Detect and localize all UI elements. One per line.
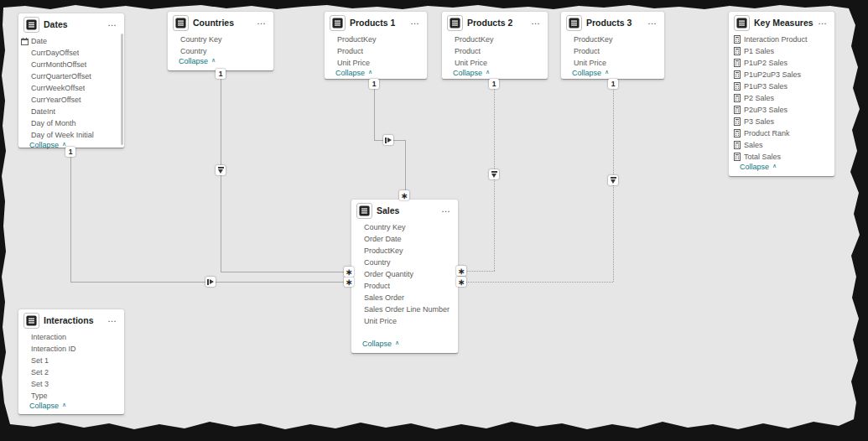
field-label: Product [574,47,600,55]
table-header: Countries … [168,12,273,32]
cardinality-one-badge: 1 [489,79,499,89]
table-icon [23,17,39,33]
more-options-icon[interactable]: … [647,18,657,28]
field-row[interactable]: Sales Order [351,292,458,304]
field-row[interactable]: Country Key [168,34,273,45]
more-options-icon[interactable]: … [257,18,267,28]
field-row[interactable]: Country [168,45,273,57]
table-card-key-measures[interactable]: Key Measures … Interaction Product P1 Sa… [729,12,834,176]
cardinality-one-badge: 1 [369,79,379,89]
field-label: Unit Price [364,317,397,325]
field-label: CurrMonthOffset [31,60,86,69]
table-card-dates[interactable]: Dates … Date CurrDayOffset CurrMonthOffs… [18,13,124,148]
field-row[interactable]: Day of Month [18,117,124,129]
field-label: Type [31,392,48,400]
field-row[interactable]: Product [442,45,548,57]
more-options-icon[interactable]: … [818,18,828,28]
measure-row[interactable]: Sales [729,139,834,151]
filter-direction-down-icon [489,169,499,179]
field-label: Set 3 [31,380,49,388]
scrollbar[interactable] [121,34,123,145]
table-card-products1[interactable]: Products 1 … ProductKey Product Unit Pri… [325,12,427,79]
more-options-icon[interactable]: … [410,18,420,28]
field-row[interactable]: Set 2 [18,366,124,378]
field-row[interactable]: Set 3 [18,378,124,390]
field-row[interactable]: CurrDayOffset [18,47,124,59]
measure-row[interactable]: P1uP3 Sales [729,80,834,92]
more-options-icon[interactable]: … [531,18,541,28]
collapse-link[interactable]: Collapse∧ [351,340,458,353]
field-row[interactable]: DateInt [18,106,124,117]
measure-row[interactable]: P1 Sales [729,45,834,57]
field-row[interactable]: Date [18,35,124,47]
field-row[interactable]: Country [351,257,458,268]
field-row[interactable]: ProductKey [561,34,664,45]
field-label: CurrWeekOffset [31,84,85,92]
more-options-icon[interactable]: … [441,206,451,215]
field-label: Sales Order Line Number [364,305,450,314]
torn-border-frame: 1 ∗ 1 ∗ 1 ∗ 1 ∗ 1 ∗ Dates … Date CurrDay… [0,0,868,441]
collapse-chevron-icon: ∧ [211,57,216,64]
collapse-label: Collapse [29,402,59,410]
collapse-label: Collapse [453,69,482,77]
field-list: ProductKey Product Unit Price [325,32,427,69]
field-row[interactable]: Interaction [18,331,124,343]
field-row[interactable]: ProductKey [442,34,548,45]
field-row[interactable]: Type [18,390,124,402]
table-card-interactions[interactable]: Interactions … Interaction Interaction I… [18,309,124,414]
field-row[interactable]: Product [325,45,427,57]
field-row[interactable]: Sales Order Line Number [351,304,458,315]
field-row[interactable]: Unit Price [561,57,664,69]
collapse-link[interactable]: Collapse∧ [729,163,834,176]
collapse-chevron-icon: ∧ [395,340,399,346]
measure-row[interactable]: P2 Sales [729,92,834,104]
field-row[interactable]: Day of Week Initial [18,129,124,141]
field-row[interactable]: Order Quantity [351,268,458,280]
table-header: Sales … [351,200,458,220]
field-list: Date CurrDayOffset CurrMonthOffset CurrQ… [18,34,124,141]
field-row[interactable]: CurrMonthOffset [18,59,124,70]
more-options-icon[interactable]: … [107,316,117,325]
field-label: ProductKey [574,35,613,44]
measure-row[interactable]: P1uP2 Sales [729,57,834,69]
collapse-chevron-icon: ∧ [368,69,372,75]
field-row[interactable]: CurrYearOffset [18,94,124,106]
field-row[interactable]: ProductKey [351,245,458,257]
measure-row[interactable]: P3 Sales [729,116,834,127]
table-card-products2[interactable]: Products 2 … ProductKey Product Unit Pri… [442,12,548,79]
field-row[interactable]: Unit Price [442,57,548,69]
field-row[interactable]: Interaction ID [18,343,124,355]
measure-row[interactable]: P1uP2uP3 Sales [729,69,834,80]
table-title: Countries [193,18,252,28]
cardinality-one-badge: 1 [65,147,75,157]
field-label: Product [337,47,363,55]
table-header: Products 3 … [561,12,664,32]
table-card-countries[interactable]: Countries … Country Key Country Collapse… [168,12,273,70]
more-options-icon[interactable]: … [107,20,117,29]
model-view-canvas[interactable]: 1 ∗ 1 ∗ 1 ∗ 1 ∗ 1 ∗ Dates … Date CurrDay… [0,0,868,441]
measure-row[interactable]: Total Sales [729,151,834,163]
field-row[interactable]: Country Key [351,221,458,233]
relationship-line-countries-sales[interactable] [221,272,351,272]
table-card-products3[interactable]: Products 3 … ProductKey Product Unit Pri… [561,12,664,79]
field-label: Product [364,282,390,290]
measure-row[interactable]: Interaction Product [729,34,834,45]
table-card-sales[interactable]: Sales … Country Key Order Date ProductKe… [351,200,458,353]
field-row[interactable]: Product [561,45,664,57]
collapse-chevron-icon: ∧ [486,69,490,75]
collapse-link[interactable]: Collapse∧ [18,402,124,415]
measure-row[interactable]: P2uP3 Sales [729,104,834,116]
relationship-line-products3-sales[interactable] [458,282,613,283]
field-label: Unit Price [455,59,487,67]
collapse-label: Collapse [572,69,601,77]
field-row[interactable]: Order Date [351,233,458,245]
relationship-line-dates-sales[interactable] [70,148,71,282]
field-row[interactable]: Unit Price [351,315,458,327]
field-row[interactable]: Unit Price [325,57,427,69]
field-row[interactable]: CurrQuarterOffset [18,70,124,82]
field-row[interactable]: CurrWeekOffset [18,82,124,94]
field-row[interactable]: Set 1 [18,355,124,366]
field-row[interactable]: Product [351,280,458,292]
measure-row[interactable]: Product Rank [729,127,834,139]
field-row[interactable]: ProductKey [325,34,427,45]
